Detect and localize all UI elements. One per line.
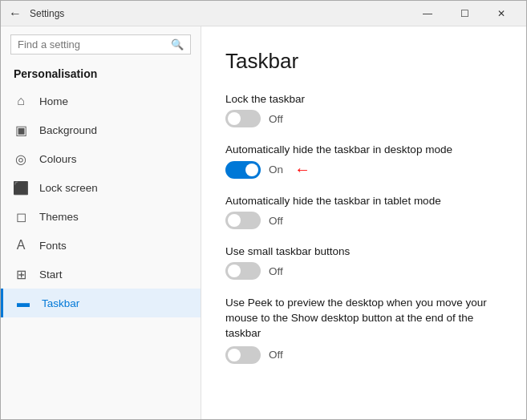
maximize-button[interactable]: ☐ — [446, 1, 483, 26]
app-container: 🔍 Personalisation ⌂ Home ▣ Background ◎ … — [1, 26, 526, 420]
page-title: Taskbar — [225, 49, 502, 74]
home-icon: ⌂ — [14, 94, 28, 108]
search-icon: 🔍 — [171, 38, 184, 50]
toggle-knob-peek — [228, 349, 241, 361]
setting-small-buttons: Use small taskbar buttons Off — [225, 245, 502, 280]
lock-screen-label: Lock screen — [39, 182, 98, 194]
title-bar-title: Settings — [30, 8, 409, 19]
toggle-knob-small-buttons — [228, 265, 241, 277]
sidebar-item-background[interactable]: ▣ Background — [1, 115, 201, 144]
background-icon: ▣ — [14, 123, 28, 137]
taskbar-icon: ▬ — [16, 296, 30, 310]
toggle-auto-hide-tablet[interactable] — [225, 212, 261, 229]
sidebar-item-lock-screen[interactable]: ⬛ Lock screen — [1, 173, 201, 202]
arrow-annotation: ← — [294, 160, 310, 179]
toggle-row-auto-hide-desktop: On ← — [225, 160, 502, 179]
setting-lock-taskbar: Lock the taskbar Off — [225, 93, 502, 127]
toggle-knob-auto-hide-desktop — [245, 164, 258, 176]
toggle-state-small-buttons: Off — [269, 265, 283, 277]
fonts-label: Fonts — [39, 240, 67, 252]
toggle-row-peek: Off — [225, 346, 502, 364]
close-button[interactable]: ✕ — [483, 1, 520, 26]
sidebar-item-home[interactable]: ⌂ Home — [1, 87, 201, 115]
toggle-state-auto-hide-tablet: Off — [269, 215, 283, 227]
taskbar-label: Taskbar — [42, 297, 79, 309]
setting-label-lock-taskbar: Lock the taskbar — [225, 93, 502, 105]
search-input[interactable] — [18, 38, 166, 50]
toggle-small-buttons[interactable] — [225, 262, 261, 280]
start-icon: ⊞ — [14, 267, 28, 281]
setting-label-peek: Use Peek to preview the desktop when you… — [225, 296, 502, 341]
toggle-state-peek: Off — [269, 349, 283, 361]
sidebar-item-start[interactable]: ⊞ Start — [1, 260, 201, 289]
colours-icon: ◎ — [14, 151, 28, 166]
settings-list: Lock the taskbar Off Automatically hide … — [225, 93, 502, 364]
minimize-button[interactable]: — — [409, 1, 446, 26]
setting-auto-hide-tablet: Automatically hide the taskbar in tablet… — [225, 195, 502, 229]
toggle-state-lock-taskbar: Off — [269, 113, 283, 125]
back-button[interactable]: ← — [7, 6, 23, 22]
setting-auto-hide-desktop: Automatically hide the taskbar in deskto… — [225, 143, 502, 179]
toggle-knob-auto-hide-tablet — [228, 214, 241, 227]
sidebar-item-taskbar[interactable]: ▬ Taskbar — [1, 289, 201, 317]
sidebar-item-colours[interactable]: ◎ Colours — [1, 144, 201, 173]
start-label: Start — [39, 269, 63, 281]
toggle-lock-taskbar[interactable] — [225, 110, 261, 127]
setting-label-auto-hide-tablet: Automatically hide the taskbar in tablet… — [225, 195, 502, 207]
toggle-auto-hide-desktop[interactable] — [225, 161, 261, 179]
toggle-peek[interactable] — [225, 346, 261, 364]
toggle-state-auto-hide-desktop: On — [269, 164, 283, 176]
content-area: Taskbar Lock the taskbar Off Automatical… — [201, 26, 526, 420]
toggle-knob-lock-taskbar — [228, 112, 241, 125]
background-label: Background — [39, 124, 97, 136]
title-bar: ← Settings — ☐ ✕ — [1, 1, 526, 26]
setting-label-small-buttons: Use small taskbar buttons — [225, 245, 502, 257]
sidebar-nav: ⌂ Home ▣ Background ◎ Colours ⬛ Lock scr… — [1, 87, 201, 317]
fonts-icon: A — [14, 238, 28, 252]
home-label: Home — [39, 95, 68, 107]
window-controls: — ☐ ✕ — [409, 1, 520, 26]
toggle-row-lock-taskbar: Off — [225, 110, 502, 127]
themes-label: Themes — [39, 211, 79, 223]
sidebar-section-title: Personalisation — [1, 63, 201, 87]
toggle-row-small-buttons: Off — [225, 262, 502, 280]
search-box[interactable]: 🔍 — [10, 34, 191, 55]
lock-screen-icon: ⬛ — [14, 180, 28, 195]
sidebar-item-fonts[interactable]: A Fonts — [1, 231, 201, 260]
themes-icon: ◻ — [14, 209, 28, 224]
setting-peek: Use Peek to preview the desktop when you… — [225, 296, 502, 364]
toggle-row-auto-hide-tablet: Off — [225, 212, 502, 229]
setting-label-auto-hide-desktop: Automatically hide the taskbar in deskto… — [225, 143, 502, 155]
colours-label: Colours — [39, 153, 77, 165]
sidebar-item-themes[interactable]: ◻ Themes — [1, 202, 201, 231]
sidebar: 🔍 Personalisation ⌂ Home ▣ Background ◎ … — [1, 26, 201, 420]
